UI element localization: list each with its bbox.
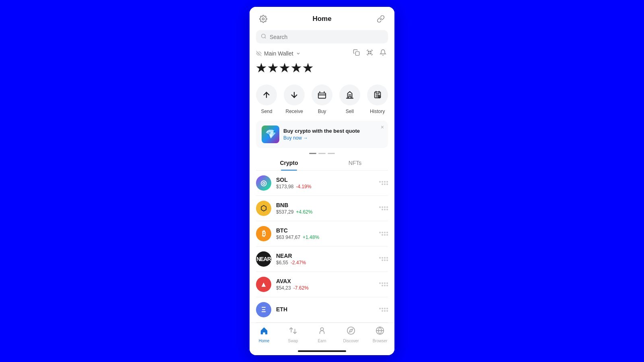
wallet-row: Main Wallet [250,47,394,61]
phone-container: Home Main Wallet [250,7,394,355]
history-action[interactable]: History [363,84,391,114]
nav-home[interactable]: Home [250,326,279,343]
eth-logo: Ξ [256,302,271,317]
near-info: NEAR $6,55 -2.47% [276,253,379,265]
nav-swap[interactable]: Swap [279,326,308,343]
eth-name: ETH [276,306,379,313]
svg-point-23 [320,328,323,331]
list-item[interactable]: ▲ AVAX $54,23 -7.62% [256,272,388,297]
bottom-bar [250,348,394,355]
scan-button[interactable] [365,47,375,59]
earn-icon [318,326,326,337]
list-item[interactable]: ⬡ BNB $537,29 +4.62% [256,196,388,221]
link-button[interactable] [375,13,386,25]
svg-rect-5 [368,51,369,52]
notification-button[interactable] [378,47,388,59]
bnb-name: BNB [276,202,379,208]
promo-dot-1 [309,153,316,154]
asset-tabs: Crypto NFTs [256,156,388,171]
bnb-price: $537,29 +4.62% [276,209,379,215]
swap-nav-label: Swap [288,339,298,343]
near-name: NEAR [276,253,379,259]
svg-marker-25 [349,329,353,332]
promo-dot-3 [328,153,335,154]
history-label: History [370,109,385,114]
near-menu[interactable] [379,257,388,261]
sell-action[interactable]: Sell [336,84,363,114]
sol-change: -4.19% [296,184,311,189]
list-item[interactable]: ◎ SOL $173,98 -4.19% [256,171,388,196]
bnb-menu[interactable] [379,206,388,210]
send-icon-circle [256,84,277,105]
avax-logo: ▲ [256,277,271,292]
wallet-name-label: Main Wallet [264,50,293,57]
tab-nfts[interactable]: NFTs [322,156,388,170]
btc-menu[interactable] [379,232,388,236]
history-icon-circle [367,84,388,105]
nav-discover[interactable]: Discover [336,326,365,343]
sol-price: $173,98 -4.19% [276,184,379,189]
avax-menu[interactable] [379,282,388,286]
list-item[interactable]: NEAR NEAR $6,55 -2.47% [256,247,388,272]
receive-action[interactable]: Receive [281,84,308,114]
near-price: $6,55 -2.47% [276,260,379,265]
home-nav-label: Home [259,339,270,343]
bottom-nav: Home Swap Earn Discover [250,323,394,348]
search-bar [256,30,388,43]
home-indicator [298,350,346,352]
promo-link[interactable]: Buy now → [283,135,382,141]
avax-change: -7.62% [293,285,309,291]
copy-button[interactable] [351,47,361,59]
svg-rect-8 [368,53,369,54]
nav-browser[interactable]: Browser [365,326,394,343]
wallet-selector[interactable]: Main Wallet [256,50,301,57]
promo-image: 💎 [262,125,279,143]
svg-line-2 [265,37,266,39]
btc-info: BTC $63 947,67 +1.48% [276,227,379,240]
nav-earn[interactable]: Earn [308,326,336,343]
earn-nav-label: Earn [318,339,326,343]
home-icon [260,326,268,337]
sol-name: SOL [276,177,379,183]
crypto-list: ◎ SOL $173,98 -4.19% ⬡ BNB $537,29 +4.62… [250,171,394,323]
btc-change: +1.48% [303,234,319,240]
sol-menu[interactable] [379,181,388,185]
wallet-action-icons [351,47,388,59]
receive-icon-circle [284,84,305,105]
send-action[interactable]: Send [253,84,281,114]
search-icon [261,33,266,40]
sell-label: Sell [346,109,354,114]
promo-dots [250,153,394,154]
svg-rect-4 [355,51,359,55]
avax-name: AVAX [276,278,379,284]
settings-button[interactable] [258,13,269,25]
buy-icon-circle [312,84,332,105]
bnb-logo: ⬡ [256,201,271,216]
list-item[interactable]: ₿ BTC $63 947,67 +1.48% [256,221,388,247]
eth-info: ETH [276,306,379,313]
svg-rect-11 [318,93,326,98]
promo-text: Buy crypto with the best quote Buy now → [283,128,382,141]
buy-action[interactable]: Buy [308,84,336,114]
sell-icon-circle [339,84,360,105]
tab-crypto[interactable]: Crypto [256,156,322,170]
discover-nav-label: Discover [343,339,359,343]
svg-point-1 [262,34,265,38]
sol-info: SOL $173,98 -4.19% [276,177,379,189]
promo-title: Buy crypto with the best quote [283,128,382,134]
search-input[interactable] [270,34,383,40]
avax-info: AVAX $54,23 -7.62% [276,278,379,291]
promo-dot-2 [318,153,326,154]
list-item[interactable]: Ξ ETH [256,297,388,323]
svg-point-0 [262,18,264,20]
balance-display: ★★★★★ [250,61,394,81]
promo-close-button[interactable]: × [381,124,384,130]
eth-menu[interactable] [379,308,388,312]
svg-rect-7 [370,53,371,54]
btc-name: BTC [276,227,379,234]
avax-price: $54,23 -7.62% [276,285,379,291]
page-title: Home [312,15,331,23]
browser-nav-label: Browser [373,339,388,343]
discover-icon [347,326,355,337]
send-label: Send [261,109,272,114]
